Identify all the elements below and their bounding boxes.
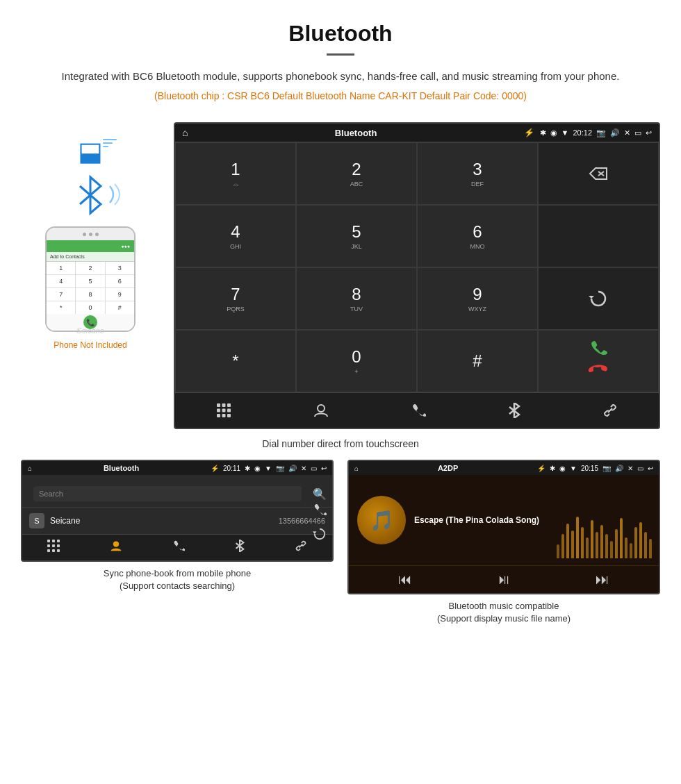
- pb-vol-icon: 🔊: [288, 465, 297, 472]
- svg-rect-13: [227, 409, 231, 412]
- pb-refresh-icon[interactable]: [313, 527, 327, 544]
- nav-contacts-icon[interactable]: [306, 400, 336, 421]
- key-8[interactable]: 8 TUV: [296, 267, 417, 330]
- key-9[interactable]: 9 WXYZ: [417, 267, 538, 330]
- pbn-bluetooth[interactable]: [235, 540, 245, 556]
- svg-rect-21: [57, 540, 60, 542]
- usb-icon: ⚡: [524, 128, 534, 137]
- bluetooth-icon-wrap: ⬓: [78, 136, 103, 167]
- next-button[interactable]: ⏭: [596, 572, 609, 587]
- svg-rect-11: [217, 409, 220, 412]
- key-2[interactable]: 2 ABC: [296, 142, 417, 205]
- music-status-bar: ⌂ A2DP ⚡ ✱ ◉ ▼ 20:15 📷 🔊 ✕ ▭ ↩: [349, 461, 659, 475]
- pbn-link[interactable]: [295, 540, 307, 556]
- pb-phone-icon: [313, 503, 327, 517]
- header-specs: (Bluetooth chip : CSR BC6 Default Blueto…: [42, 90, 639, 101]
- window-icon: ▭: [634, 128, 641, 137]
- pbn-contacts-icon: [110, 540, 122, 552]
- phone-icon: [411, 403, 426, 418]
- music-caption: Bluetooth music compatible(Support displ…: [437, 600, 571, 625]
- nav-phone-icon[interactable]: [404, 400, 433, 421]
- svg-marker-1: [90, 195, 101, 213]
- link-icon: [602, 403, 618, 418]
- key-1[interactable]: 1 ⌓: [175, 142, 296, 205]
- svg-rect-12: [222, 409, 226, 412]
- call-green-button[interactable]: [587, 336, 609, 361]
- pb-call-icon[interactable]: [313, 503, 327, 520]
- pbn-dialpad-icon: [47, 540, 60, 552]
- phone-screen: ●●● Add to Contacts 1 2 3 4 5 6 7 8 9 * …: [47, 240, 134, 331]
- pbn-dialpad[interactable]: [47, 540, 60, 556]
- pb-avatar: S: [29, 513, 44, 528]
- close-icon: ✕: [624, 128, 630, 137]
- svg-rect-14: [217, 414, 220, 417]
- phone-key-4: 4: [47, 275, 75, 287]
- bluetooth-icon: ⬓: [78, 137, 103, 166]
- svg-rect-27: [57, 549, 60, 552]
- key-backspace[interactable]: [538, 142, 659, 205]
- contacts-icon: [313, 403, 329, 418]
- nav-link-icon[interactable]: [596, 400, 625, 421]
- pbn-contacts[interactable]: [110, 540, 122, 556]
- music-time: 20:15: [581, 465, 598, 472]
- music-cam-icon: 📷: [602, 465, 611, 472]
- pb-side-icons: [313, 503, 327, 544]
- pbn-phone-icon: [172, 540, 185, 552]
- key-refresh[interactable]: [538, 267, 659, 330]
- nav-dialpad-icon[interactable]: [209, 400, 238, 421]
- play-pause-button[interactable]: ⏯: [497, 572, 511, 587]
- pb-search-bar: Search: [33, 486, 302, 501]
- pb-loc-icon: ◉: [254, 465, 261, 472]
- pb-refresh-svg: [313, 527, 327, 541]
- svg-point-17: [318, 405, 325, 412]
- key-5[interactable]: 5 JKL: [296, 205, 417, 267]
- pb-search-row: Search 🔍: [22, 481, 332, 507]
- phone-screen-header: ●●●: [47, 240, 134, 252]
- pb-contact-name: Seicane: [50, 516, 273, 526]
- key-7[interactable]: 7 PQRS: [175, 267, 296, 330]
- key-hash[interactable]: #: [417, 330, 538, 392]
- key-3[interactable]: 3 DEF: [417, 142, 538, 205]
- equalizer: [557, 517, 652, 558]
- music-win-icon: ▭: [637, 465, 643, 472]
- music-item: ⌂ A2DP ⚡ ✱ ◉ ▼ 20:15 📷 🔊 ✕ ▭ ↩ 🎵 Escape …: [347, 460, 660, 625]
- pb-clock: 20:11: [223, 465, 240, 472]
- svg-rect-9: [222, 403, 226, 407]
- phone-key-3: 3: [106, 262, 134, 274]
- backspace-icon: [589, 167, 608, 181]
- dial-caption: Dial number direct from touchscreen: [0, 433, 681, 460]
- bottom-row: ⌂ Bluetooth ⚡ 20:11 ✱ ◉ ▼ 📷 🔊 ✕ ▭ ↩ Sear…: [0, 460, 681, 646]
- phone-key-6: 6: [106, 275, 134, 287]
- phonebook-screen: ⌂ Bluetooth ⚡ 20:11 ✱ ◉ ▼ 📷 🔊 ✕ ▭ ↩ Sear…: [21, 460, 334, 562]
- phone-key-2: 2: [76, 262, 104, 274]
- svg-rect-19: [47, 540, 50, 542]
- phone-illustration: ⬓: [21, 122, 160, 350]
- nav-bluetooth-icon[interactable]: [501, 400, 527, 421]
- key-4[interactable]: 4 GHI: [175, 205, 296, 267]
- pb-home-icon: ⌂: [28, 465, 32, 472]
- header-description: Integrated with BC6 Bluetooth module, su…: [42, 68, 639, 85]
- key-0[interactable]: 0 +: [296, 330, 417, 392]
- bluetooth-status-icon: ✱: [540, 128, 546, 137]
- svg-rect-20: [52, 540, 55, 542]
- key-star[interactable]: *: [175, 330, 296, 392]
- svg-rect-24: [57, 544, 60, 547]
- phone-key-star: *: [47, 301, 75, 314]
- page-header: Bluetooth Integrated with BC6 Bluetooth …: [0, 0, 681, 108]
- prev-button[interactable]: ⏮: [398, 572, 412, 587]
- svg-rect-16: [227, 414, 231, 417]
- call-red-button[interactable]: [587, 361, 609, 386]
- key-6[interactable]: 6 MNO: [417, 205, 538, 267]
- pbn-phone[interactable]: [172, 540, 185, 556]
- pb-search-icon[interactable]: 🔍: [313, 487, 327, 501]
- status-icons: ✱ ◉ ▼ 20:12 📷 🔊 ✕ ▭ ↩: [540, 128, 652, 137]
- pb-wifi-icon: ▼: [265, 465, 272, 472]
- phone-top-bar: [47, 228, 134, 240]
- call-red-icon: [587, 361, 609, 383]
- bt-symbol-area: [69, 174, 111, 218]
- pb-contact-row[interactable]: S Seicane 13566664466: [22, 507, 332, 534]
- svg-rect-22: [47, 544, 50, 547]
- svg-marker-0: [90, 177, 101, 195]
- music-album-art: 🎵: [357, 496, 406, 544]
- music-usb-icon: ⚡: [537, 465, 545, 472]
